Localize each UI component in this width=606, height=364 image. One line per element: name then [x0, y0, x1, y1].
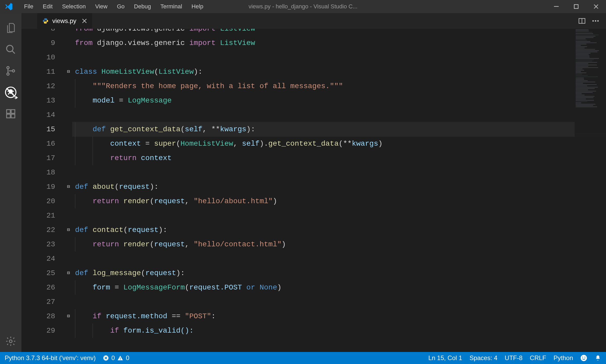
code-line[interactable]: def contact(request): [72, 223, 606, 237]
menu-help[interactable]: Help [187, 1, 208, 12]
line-number[interactable]: 29 [21, 323, 55, 338]
editor-area: views.py 891011121314151617 [21, 13, 606, 352]
code-line[interactable]: return render(request, "hello/contact.ht… [72, 237, 606, 252]
line-number[interactable]: 21 [21, 208, 55, 223]
code-line[interactable]: class HomeListView(ListView): [72, 65, 606, 79]
code-line[interactable] [72, 165, 606, 180]
status-encoding[interactable]: UTF-8 [505, 354, 523, 362]
line-number[interactable]: 11 [21, 65, 55, 79]
close-button[interactable] [586, 0, 606, 13]
status-language[interactable]: Python [553, 354, 573, 362]
settings-button[interactable] [0, 331, 21, 352]
line-number[interactable]: 25 [21, 266, 55, 280]
line-number[interactable]: 10 [21, 50, 55, 65]
line-number[interactable]: 23 [21, 237, 55, 252]
extensions-button[interactable] [0, 103, 21, 124]
code-line[interactable]: def get_context_data(self, **kwargs): [72, 122, 606, 136]
fold-marker [65, 29, 72, 36]
code-line[interactable]: from django.views.generic import ListVie… [72, 29, 606, 36]
line-number[interactable]: 18 [21, 165, 55, 180]
search-button[interactable] [0, 39, 21, 60]
line-number[interactable]: 24 [21, 252, 55, 266]
line-number[interactable]: 27 [21, 295, 55, 309]
status-problems[interactable]: 0 0 [103, 354, 129, 362]
menu-terminal[interactable]: Terminal [156, 1, 187, 12]
code-line[interactable]: """Renders the home page, with a list of… [72, 79, 606, 93]
code-line[interactable]: return render(request, "hello/about.html… [72, 194, 606, 208]
menu-view[interactable]: View [90, 1, 112, 12]
code-line[interactable]: context = super(HomeListView, self).get_… [72, 136, 606, 151]
svg-point-15 [597, 20, 599, 21]
svg-rect-8 [7, 114, 10, 118]
fold-marker [65, 237, 72, 252]
code-line[interactable]: if request.method == "POST": [72, 309, 606, 323]
menu-selection[interactable]: Selection [57, 1, 90, 12]
fold-marker [65, 194, 72, 208]
status-notifications-button[interactable] [594, 355, 601, 361]
minimap[interactable] [575, 29, 606, 352]
debug-button[interactable] [0, 82, 21, 103]
svg-rect-9 [11, 114, 15, 118]
code-line[interactable] [72, 252, 606, 266]
code-line[interactable]: model = LogMessage [72, 93, 606, 108]
menu-edit[interactable]: Edit [38, 1, 57, 12]
line-number[interactable]: 28 [21, 309, 55, 323]
svg-point-5 [12, 70, 15, 72]
code-line[interactable]: def log_message(request): [72, 266, 606, 280]
line-number[interactable]: 22 [21, 223, 55, 237]
status-indentation[interactable]: Spaces: 4 [470, 354, 498, 362]
menu-debug[interactable]: Debug [129, 1, 156, 12]
code-content[interactable]: from django.views.generic import ListVie… [72, 29, 606, 352]
code-line[interactable]: form = LogMessageForm(request.POST or No… [72, 280, 606, 295]
code-line[interactable] [72, 208, 606, 223]
code-line[interactable] [72, 295, 606, 309]
line-number[interactable]: 17 [21, 151, 55, 165]
line-number[interactable]: 26 [21, 280, 55, 295]
line-number-gutter[interactable]: 8910111213141516171819202122232425262728… [21, 29, 65, 352]
code-viewport[interactable]: 8910111213141516171819202122232425262728… [21, 29, 606, 352]
code-line[interactable] [72, 50, 606, 65]
fold-marker[interactable]: ⊟ [65, 65, 72, 79]
fold-marker [65, 295, 72, 309]
explorer-button[interactable] [0, 17, 21, 39]
fold-column[interactable]: ⊟⊟⊟⊟⊟ [65, 29, 72, 352]
line-number[interactable]: 8 [21, 29, 55, 36]
minimize-button[interactable] [546, 0, 566, 13]
fold-marker [65, 93, 72, 108]
fold-marker[interactable]: ⊟ [65, 309, 72, 323]
line-number[interactable]: 15 [21, 122, 55, 136]
split-editor-button[interactable] [576, 15, 588, 27]
status-cursor-position[interactable]: Ln 15, Col 1 [428, 354, 462, 362]
menu-go[interactable]: Go [112, 1, 129, 12]
status-eol[interactable]: CRLF [530, 354, 546, 362]
code-line[interactable]: def about(request): [72, 180, 606, 194]
line-number[interactable]: 13 [21, 93, 55, 108]
status-bar: Python 3.7.3 64-bit ('venv': venv) 0 0 L… [0, 352, 606, 364]
fold-marker [65, 108, 72, 122]
status-interpreter[interactable]: Python 3.7.3 64-bit ('venv': venv) [5, 354, 96, 362]
line-number[interactable]: 12 [21, 79, 55, 93]
fold-marker[interactable]: ⊟ [65, 180, 72, 194]
line-number[interactable]: 19 [21, 180, 55, 194]
fold-marker[interactable]: ⊟ [65, 266, 72, 280]
line-number[interactable]: 14 [21, 108, 55, 122]
status-feedback-button[interactable] [580, 355, 587, 361]
close-tab-icon[interactable] [82, 19, 87, 23]
more-actions-button[interactable] [590, 15, 601, 27]
source-control-button[interactable] [0, 60, 21, 82]
maximize-button[interactable] [566, 0, 586, 13]
svg-point-11 [9, 340, 12, 343]
menu-file[interactable]: File [19, 1, 38, 12]
line-number[interactable]: 9 [21, 36, 55, 50]
code-line[interactable] [72, 108, 606, 122]
code-line[interactable]: if form.is_valid(): [72, 323, 606, 338]
line-number[interactable]: 16 [21, 136, 55, 151]
fold-marker[interactable]: ⊟ [65, 223, 72, 237]
code-line[interactable]: return context [72, 151, 606, 165]
tab-views-py[interactable]: views.py [37, 13, 92, 29]
svg-rect-10 [11, 110, 15, 113]
fold-marker [65, 136, 72, 151]
code-line[interactable]: from django.views.generic import ListVie… [72, 36, 606, 50]
line-number[interactable]: 20 [21, 194, 55, 208]
window-title: views.py - hello_django - Visual Studio … [249, 3, 358, 10]
